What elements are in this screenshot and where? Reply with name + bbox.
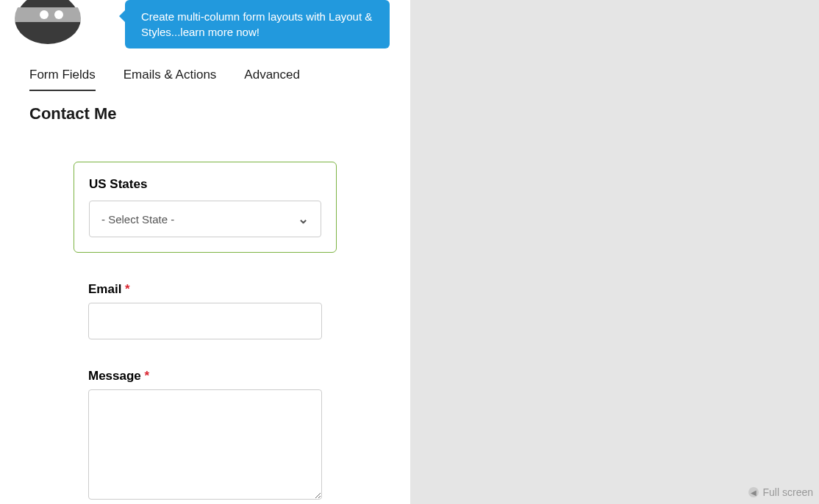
tab-form-fields[interactable]: Form Fields — [29, 68, 96, 91]
email-input[interactable] — [88, 303, 322, 339]
required-marker: * — [125, 282, 130, 296]
field-email[interactable]: Email * — [88, 282, 322, 339]
tab-emails-actions[interactable]: Emails & Actions — [124, 68, 217, 91]
chevron-down-icon: ⌄ — [298, 211, 309, 227]
full-screen-label: Full screen — [763, 486, 813, 498]
email-label: Email — [88, 282, 121, 296]
right-panel: ☆ US States LABEL👎 R OPTIONS + ADD NEW ⇲… — [410, 0, 819, 504]
field-us-states[interactable]: US States - Select State - ⌄ — [74, 162, 337, 253]
field-message[interactable]: Message * — [88, 369, 322, 503]
promo-banner[interactable]: Create multi-column form layouts with La… — [125, 0, 390, 48]
select-placeholder: - Select State - — [101, 213, 174, 226]
message-textarea[interactable] — [88, 389, 322, 500]
state-select[interactable]: - Select State - ⌄ — [89, 201, 321, 237]
form-title: Contact Me — [29, 104, 117, 123]
ninja-logo — [15, 0, 81, 44]
tabs: Form Fields Emails & Actions Advanced — [29, 68, 300, 91]
field-label: US States — [89, 177, 321, 192]
required-marker: * — [145, 369, 150, 383]
tab-advanced[interactable]: Advanced — [244, 68, 300, 91]
left-panel: Create multi-column form layouts with La… — [0, 0, 410, 504]
message-label: Message — [88, 369, 141, 383]
form-area: US States - Select State - ⌄ Email * Mes… — [29, 140, 381, 504]
full-screen-toggle[interactable]: ◀ Full screen — [748, 486, 813, 498]
left-arrow-icon: ◀ — [748, 487, 759, 497]
